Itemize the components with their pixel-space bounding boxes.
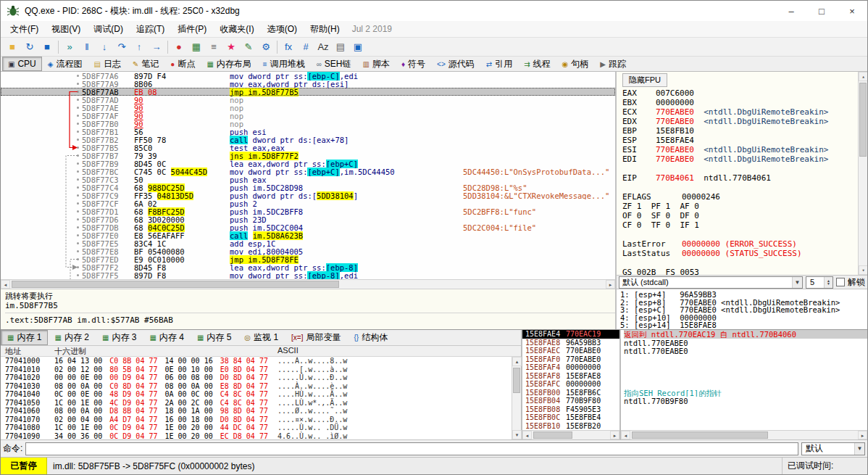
stack-row[interactable]: 15E8FB08F45905E3 bbox=[522, 405, 619, 414]
dump-row[interactable]: 7704103008 00 0A 00C0 8D 04 7708 00 0A 0… bbox=[5, 382, 512, 391]
memory-dump[interactable]: 7704100016 04 13 00C0 8B 04 7714 00 00 1… bbox=[1, 357, 512, 439]
log-icon[interactable]: ≡ bbox=[205, 39, 222, 55]
tab-cpu[interactable]: ▣CPU bbox=[2, 57, 42, 71]
dump-tab-locals[interactable]: [x=]局部变量 bbox=[285, 330, 347, 345]
disasm-row[interactable]: 5D8F77ABEB 08jmp im.5D8F77B5 bbox=[1, 88, 615, 96]
calling-convention-select[interactable]: 默认 (stdcall) ▼ bbox=[619, 276, 803, 289]
scroll-up-icon[interactable]: ▴ bbox=[859, 72, 867, 81]
register-row[interactable]: EAX007C6000 bbox=[622, 88, 856, 98]
memory-map-icon[interactable]: ▦ bbox=[188, 39, 205, 55]
disasm-row[interactable]: 5D8F77E8BF 05400080mov edi,80004005 bbox=[1, 247, 615, 255]
breakpoints-icon[interactable]: ● bbox=[170, 39, 188, 55]
scroll-right-icon[interactable]: ▸ bbox=[610, 431, 619, 439]
tab-notes[interactable]: ✎笔记 bbox=[127, 57, 164, 71]
dump-tab-watch-1[interactable]: ◎监视 1 bbox=[238, 330, 285, 345]
restart-icon[interactable]: ↻ bbox=[21, 39, 38, 55]
disasm-row[interactable]: 5D8F77DB68 04C0C25Dpush im.5DC2C0045DC2C… bbox=[1, 223, 615, 231]
dump-scrollbar[interactable]: ▴ ▾ bbox=[512, 357, 521, 439]
register-row[interactable]: ZF 1 PF 1 AF 0 bbox=[622, 202, 856, 211]
dump-row[interactable]: 7704101002 00 12 0080 5B 04 770E 00 10 0… bbox=[5, 365, 512, 374]
disasm-row[interactable]: 5D8F77A6897D F4mov dword ptr ss:[ebp-C],… bbox=[1, 72, 615, 80]
menu-view[interactable]: 视图(V) bbox=[45, 21, 87, 38]
disasm-hscrollbar[interactable]: ◂ ▸ bbox=[1, 279, 615, 289]
disasm-row[interactable]: 5D8F77B156push esi bbox=[1, 128, 615, 136]
functions-icon[interactable]: fx bbox=[280, 39, 297, 55]
dump-row[interactable]: 7704100016 04 13 00C0 8B 04 7714 00 00 1… bbox=[5, 357, 512, 365]
register-row[interactable]: EBP15E8FB10 bbox=[622, 126, 856, 136]
scroll-track[interactable] bbox=[10, 280, 606, 289]
tab-seh-chain[interactable]: ∞SEH链 bbox=[311, 57, 357, 71]
register-row[interactable]: CF 0 TF 0 IF 1 bbox=[622, 220, 856, 230]
menu-help[interactable]: 帮助(H) bbox=[304, 21, 346, 38]
scroll-thumb[interactable] bbox=[533, 431, 572, 439]
scroll-right-icon[interactable]: ▸ bbox=[858, 431, 867, 439]
arguments-pane[interactable]: 1: [esp+4] 96A59BB32: [esp+8] 770EABE0 <… bbox=[617, 289, 867, 329]
disasm-row[interactable]: 5D8F77EDE9 0C010000jmp im.5D8F78FE bbox=[1, 255, 615, 263]
scroll-left-icon[interactable]: ◂ bbox=[522, 431, 532, 439]
stack-row[interactable]: 15E8FB0C15E8FBE4 bbox=[522, 413, 619, 422]
notes-icon[interactable]: ✎ bbox=[240, 39, 257, 55]
dump-row[interactable]: 7704102000 00 0E 0000 D9 04 7706 00 08 0… bbox=[5, 373, 512, 382]
step-over-icon[interactable]: ↷ bbox=[113, 39, 130, 55]
register-row[interactable]: OF 0 SF 0 DF 0 bbox=[622, 211, 856, 220]
stack-row[interactable]: 15E8FAF400000000 bbox=[522, 363, 619, 372]
dump-tab-memory-5[interactable]: ▦内存 5 bbox=[191, 330, 238, 345]
scroll-thumb[interactable] bbox=[632, 431, 768, 439]
stack-comment-row[interactable] bbox=[624, 413, 867, 422]
disasm-row[interactable]: 5D8F77BCC745 0C 5044C45Dmov dword ptr ss… bbox=[1, 168, 615, 175]
stack-comments-hscrollbar[interactable]: ◂ ▸ bbox=[621, 430, 867, 439]
register-row[interactable]: LastStatus00000000 (STATUS_SUCCESS) bbox=[622, 249, 856, 258]
scroll-track[interactable] bbox=[512, 366, 521, 430]
dump-row[interactable]: 770410801C 00 1E 000C D9 04 771E 00 20 0… bbox=[5, 424, 512, 432]
menu-trace[interactable]: 追踪(T) bbox=[130, 21, 171, 38]
stack-comment-row[interactable]: 返回到 ntdll.770EAC19 自 ntdll.770B4060 bbox=[624, 330, 867, 339]
disasm-row[interactable]: 5D8F77E0E8 56EAFAFFcall im.5D8A623B bbox=[1, 231, 615, 239]
menu-options[interactable]: 选项(O) bbox=[261, 21, 304, 38]
menu-favourites[interactable]: 收藏夹(I) bbox=[213, 21, 260, 38]
dump-tab-memory-4[interactable]: ▦内存 4 bbox=[143, 330, 190, 345]
tab-script[interactable]: ▥脚本 bbox=[357, 57, 396, 71]
stack-row[interactable]: 15E8FB1015E8FB20 bbox=[522, 422, 619, 431]
disasm-row[interactable]: 5D8F77D168 F8BFC25Dpush im.5DC2BFF85DC2B… bbox=[1, 207, 615, 215]
scroll-down-icon[interactable]: ▾ bbox=[512, 430, 522, 439]
scroll-down-icon[interactable]: ▾ bbox=[859, 265, 867, 275]
disasm-row[interactable]: 5D8F77D668 3D020000push 23D bbox=[1, 215, 615, 223]
register-row[interactable]: EDI770EABE0 <ntdll.DbgUiRemoteBreakin> bbox=[622, 154, 856, 164]
disasm-row[interactable]: 5D8F77AF90nop bbox=[1, 112, 615, 120]
scroll-track[interactable] bbox=[630, 431, 858, 439]
disasm-row[interactable]: 5D8F77AE90nop bbox=[1, 104, 615, 112]
tab-threads[interactable]: ⇉线程 bbox=[518, 57, 556, 71]
settings-gear-icon[interactable]: ⚙ bbox=[257, 39, 275, 55]
disasm-row[interactable]: 5D8F77A98B06mov eax,dword ptr ds:[esi] bbox=[1, 80, 615, 88]
dump-row[interactable]: 770410400C 00 0E 0048 D9 04 770A 00 0C 0… bbox=[5, 390, 512, 399]
disasm-row[interactable]: 5D8F77C9FF35 04813D5Dpush dword ptr ds:[… bbox=[1, 191, 615, 199]
scroll-track[interactable] bbox=[532, 431, 610, 439]
scroll-up-icon[interactable]: ▴ bbox=[512, 357, 522, 366]
dump-row[interactable]: 7704106008 00 0A 00D8 8B 04 7718 00 1A 0… bbox=[5, 407, 512, 416]
scroll-thumb[interactable] bbox=[859, 83, 867, 157]
hash-icon[interactable]: # bbox=[297, 39, 314, 55]
dump-tab-struct[interactable]: {}结构体 bbox=[348, 330, 395, 345]
stack-row[interactable]: 15E8FB0015E8FB6C bbox=[522, 389, 619, 397]
disassembly-view[interactable]: 5D8F77A6897D F4mov dword ptr ss:[ebp-C],… bbox=[1, 72, 615, 279]
argument-row[interactable]: 5: [esp+14] 15E8FAE8 bbox=[620, 321, 867, 329]
disasm-row[interactable]: 5D8F77C468 988DC25Dpush im.5DC28D985DC28… bbox=[1, 183, 615, 191]
disasm-row[interactable]: 5D8F77B2FF50 78call dword ptr ds:[eax+78… bbox=[1, 136, 615, 144]
register-row[interactable] bbox=[622, 183, 856, 192]
tab-log[interactable]: ▤日志 bbox=[88, 57, 127, 71]
tab-source[interactable]: <>源代码 bbox=[431, 57, 480, 71]
dump-tab-memory-3[interactable]: ▦内存 3 bbox=[96, 330, 143, 345]
disasm-row[interactable]: 5D8F77F5897D F8mov dword ptr ss:[ebp-8],… bbox=[1, 271, 615, 279]
scroll-track[interactable] bbox=[859, 81, 867, 265]
unlock-checkbox[interactable] bbox=[836, 278, 845, 286]
register-row[interactable]: LastError00000000 (ERROR_SUCCESS) bbox=[622, 239, 856, 249]
maximize-button[interactable]: □ bbox=[806, 1, 837, 21]
stack-comment-row[interactable]: 指向SEH_Record[1]的指针 bbox=[624, 389, 867, 397]
scroll-left-icon[interactable]: ◂ bbox=[1, 280, 10, 289]
menu-file[interactable]: 文件(F) bbox=[4, 21, 45, 38]
argument-row[interactable]: 3: [esp+C] 770EABE0 <ntdll.DbgUiRemoteBr… bbox=[620, 306, 867, 314]
tab-breakpoints[interactable]: ●断点 bbox=[164, 57, 201, 71]
dump-row[interactable]: 7704109034 00 36 000C D9 04 771E 00 20 0… bbox=[5, 432, 512, 440]
disasm-row[interactable]: 5D8F77CF6A 02push 2 bbox=[1, 199, 615, 207]
argument-row[interactable]: 1: [esp+4] 96A59BB3 bbox=[620, 291, 867, 299]
